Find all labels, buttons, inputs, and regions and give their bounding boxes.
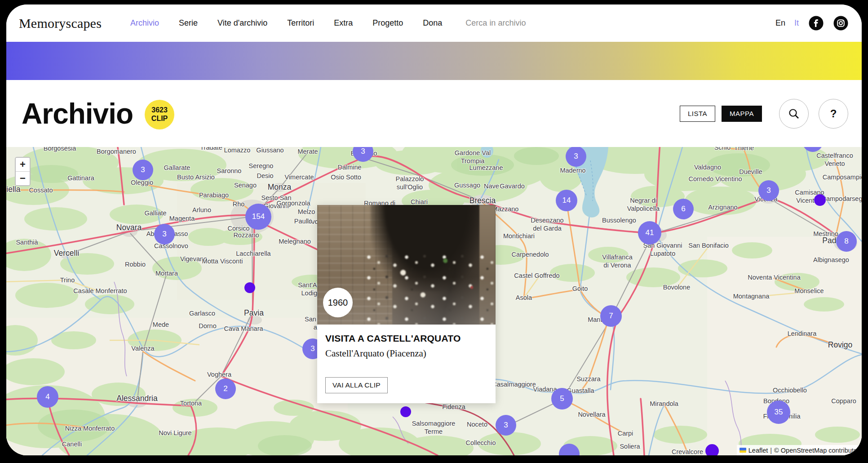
- cluster-marker-41[interactable]: 41: [638, 221, 661, 245]
- help-label: ?: [830, 107, 837, 120]
- clip-title: VISITA A CASTELL'ARQUATO: [325, 333, 487, 344]
- cluster-marker-8[interactable]: 8: [836, 231, 857, 252]
- cluster-marker-3[interactable]: 3: [496, 415, 516, 436]
- go-to-clip-button[interactable]: VAI ALLA CLIP: [325, 377, 388, 393]
- attribution-separator: |: [770, 447, 772, 454]
- year-label: 1960: [328, 298, 348, 308]
- help-button[interactable]: ?: [819, 99, 848, 129]
- zoom-in-button[interactable]: +: [16, 158, 30, 172]
- point-marker-1[interactable]: [244, 282, 255, 293]
- map-attribution: Leaflet | © OpenStreetMap contributors: [737, 445, 862, 455]
- view-toggle-lista[interactable]: LISTA: [680, 106, 715, 122]
- cluster-marker-3[interactable]: 3: [133, 160, 153, 180]
- ukraine-flag-icon: [740, 448, 746, 453]
- nav-link-archivio[interactable]: Archivio: [130, 18, 159, 28]
- language-it[interactable]: It: [794, 18, 799, 28]
- nav-link-territori[interactable]: Territori: [287, 18, 314, 28]
- cluster-marker-7[interactable]: 7: [600, 305, 622, 327]
- map-canvas[interactable]: BorgosesiaBorgomaneroGattinaraBiellaCoss…: [6, 147, 862, 455]
- navbar-right: EnIt: [775, 16, 848, 31]
- clip-unit: CLIP: [151, 115, 168, 123]
- zoom-out-button[interactable]: −: [16, 172, 30, 185]
- nav-link-extra[interactable]: Extra: [334, 18, 353, 28]
- app-window: Memoryscapes ArchivioSerieVite d'archivi…: [6, 4, 862, 455]
- decorative-gradient-bar: [6, 42, 862, 80]
- cluster-marker-5[interactable]: 5: [551, 388, 573, 410]
- nav-link-serie[interactable]: Serie: [179, 18, 198, 28]
- nav-link-dona[interactable]: Dona: [423, 18, 442, 28]
- map-zoom-control: + −: [15, 157, 31, 186]
- search-button[interactable]: [779, 99, 809, 129]
- osm-link[interactable]: OpenStreetMap: [781, 447, 827, 454]
- language-en[interactable]: En: [775, 18, 785, 28]
- cluster-marker-3[interactable]: 3: [154, 224, 175, 245]
- point-marker-3[interactable]: [814, 194, 826, 206]
- nav-link-progetto[interactable]: Progetto: [372, 18, 403, 28]
- view-toggle: LISTAMAPPA: [680, 106, 762, 122]
- site-logo[interactable]: Memoryscapes: [19, 16, 102, 31]
- point-marker-4[interactable]: [705, 444, 719, 455]
- instagram-icon[interactable]: [833, 16, 848, 31]
- year-badge: 1960: [323, 288, 353, 317]
- clip-popup: 1960 VISITA A CASTELL'ARQUATO Castell'Ar…: [317, 205, 496, 403]
- nav-link-vite-d-archivio[interactable]: Vite d'archivio: [217, 18, 267, 28]
- cluster-marker-4[interactable]: 4: [37, 386, 58, 408]
- page-title: Archivio: [22, 97, 133, 130]
- cluster-marker-2[interactable]: 2: [215, 378, 236, 399]
- cluster-marker-35[interactable]: 35: [767, 401, 790, 424]
- copyright-symbol: ©: [774, 447, 779, 454]
- view-toggle-mappa[interactable]: MAPPA: [722, 106, 762, 122]
- navbar: Memoryscapes ArchivioSerieVite d'archivi…: [6, 4, 862, 42]
- archive-header: Archivio 3623 CLIP LISTAMAPPA ?: [6, 80, 862, 147]
- cluster-marker-3[interactable]: 3: [758, 180, 779, 201]
- attribution-suffix: contributors: [828, 447, 862, 454]
- cluster-marker-6[interactable]: 6: [673, 199, 694, 219]
- clip-location: Castell'Arquato (Piacenza): [325, 348, 487, 359]
- view-controls: LISTAMAPPA ?: [680, 99, 848, 129]
- cluster-marker-154[interactable]: 154: [245, 204, 271, 230]
- point-marker-2[interactable]: [400, 406, 411, 417]
- cluster-marker-3[interactable]: 3: [566, 147, 586, 167]
- search-icon: [788, 108, 800, 120]
- popup-body: VISITA A CASTELL'ARQUATO Castell'Arquato…: [317, 325, 496, 359]
- leaflet-link[interactable]: Leaflet: [748, 447, 768, 454]
- main-nav: ArchivioSerieVite d'archivioTerritoriExt…: [130, 18, 442, 28]
- search-input[interactable]: [465, 18, 552, 28]
- clip-count: 3623: [151, 106, 168, 114]
- clip-count-badge: 3623 CLIP: [145, 100, 174, 129]
- language-switch: EnIt: [775, 18, 799, 28]
- cluster-marker-14[interactable]: 14: [556, 190, 577, 211]
- facebook-icon[interactable]: [809, 16, 824, 31]
